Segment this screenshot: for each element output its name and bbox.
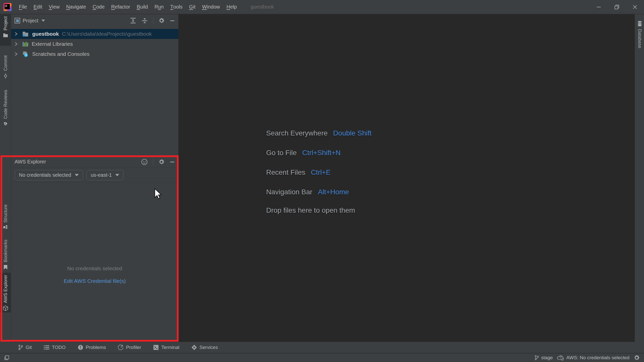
database-icon [637,21,642,26]
aws-connection-widget[interactable]: ? AWS: No credentials selected [557,355,629,361]
label-part: efactor [115,4,130,10]
git-branch-widget[interactable]: stage [535,355,553,360]
label-part: ools [173,4,183,10]
structure-icon [3,225,8,230]
titlebar: IJ_ File Edit View Navigate Code Refacto… [0,0,644,14]
aws-panel-title: AWS Explorer [15,159,46,165]
aws-cube-icon [3,305,8,311]
shortcut-label: Recent Files [266,167,305,177]
menu-help[interactable]: Help [223,0,240,14]
aws-connection-status: AWS: No credentials selected [566,355,629,360]
stripe-tab-label: Code Reviews [3,90,8,119]
toolbar-git[interactable]: Git [18,345,32,350]
aws-toolbar: No credentials selected us-east-1 [11,168,178,183]
stripe-tab-label: Bookmarks [3,240,8,262]
drop-files-hint: Drop files here to open them [266,206,372,214]
toolbar-services[interactable]: Services [191,345,218,350]
shortcut-keys: Alt+Home [318,187,349,197]
toolbar-label: Profiler [126,345,141,350]
stripe-tab-label: AWS Explorer [3,275,8,303]
menu-refactor[interactable]: Refactor [108,0,134,14]
right-tool-stripe: Database [635,14,644,353]
menu-git[interactable]: Git [186,0,199,14]
stripe-tab-project[interactable]: Project [0,14,11,46]
git-branch-icon [535,355,539,360]
minimize-button[interactable] [590,0,608,14]
commit-icon [3,73,8,78]
settings-gear-icon[interactable] [633,354,640,361]
menu-run[interactable]: Run [151,0,167,14]
toolbar-problems[interactable]: Problems [78,345,106,350]
toolbar-label: Services [199,345,218,350]
aws-empty-message: No credentials selected [67,265,122,272]
tree-row-external-libraries[interactable]: External Libraries [11,39,178,49]
toolbar-label: Problems [86,345,106,350]
window-title: guestbook [251,4,274,10]
restore-button[interactable] [608,0,626,14]
chevron-right-icon[interactable] [15,52,18,57]
expand-all-icon[interactable] [130,18,136,24]
label-part: V [49,4,52,10]
tree-row-scratches[interactable]: Scratches and Consoles [11,49,178,59]
restore-icon [614,4,620,10]
tree-row-guestbook[interactable]: guestbook C:\Users\dalia\IdeaProjects\gu… [11,29,178,39]
bookmark-icon [4,265,8,270]
stripe-tab-commit[interactable]: Commit [0,53,11,81]
toolbar-todo[interactable]: TODO [44,345,66,350]
menu-edit[interactable]: Edit [30,0,45,14]
stripe-tab-database[interactable]: Database [635,14,644,70]
stripe-tab-code-reviews[interactable]: Code Reviews [0,88,11,127]
collapse-all-icon[interactable] [141,18,148,24]
label-part: elp [230,4,237,10]
shortcut-row: Navigation Bar Alt+Home [266,187,372,197]
tree-node-label: guestbook [32,31,59,37]
project-panel-title[interactable]: Project [23,18,38,24]
shortcut-row: Go to File Ctrl+Shift+N [266,148,372,158]
label-part: F [19,4,22,10]
label-part: E [33,4,37,10]
label-part: C [93,4,96,10]
region-dropdown[interactable]: us-east-1 [87,170,124,180]
menu-tools[interactable]: Tools [167,0,186,14]
project-tool-window: Project guestbook C:\Users\dalia\IdeaPro… [11,14,179,156]
close-button[interactable] [626,0,644,14]
menu-code[interactable]: Code [89,0,108,14]
chevron-right-icon[interactable] [15,31,18,36]
menu-build[interactable]: Build [133,0,151,14]
tool-window-stripes-toggle-icon[interactable] [4,355,10,360]
menu-window[interactable]: Window [199,0,223,14]
folder-icon [3,33,8,37]
stripe-tab-structure[interactable]: Structure [0,202,11,231]
toolbar-label: TODO [52,345,66,350]
feedback-smiley-icon[interactable] [141,158,148,165]
toolbar-terminal[interactable]: Terminal [153,345,179,350]
keyboard-shortcuts-hints: Search Everywhere Double Shift Go to Fil… [266,128,372,214]
label-part: dit [37,4,42,10]
shortcut-row: Recent Files Ctrl+E [266,167,372,177]
tree-node-label: Scratches and Consoles [32,51,90,57]
editor-empty-area: Search Everywhere Double Shift Go to Fil… [179,14,635,353]
cloud-question-icon: ? [557,355,564,361]
stripe-tab-bookmarks[interactable]: Bookmarks [0,238,11,269]
minimize-icon [596,4,601,10]
toolbar-profiler[interactable]: Profiler [118,345,141,350]
hide-panel-icon[interactable] [170,159,175,164]
menu-file[interactable]: File [16,0,30,14]
chevron-right-icon[interactable] [15,41,18,47]
menu-navigate[interactable]: Navigate [63,0,89,14]
label-part: indow [207,4,220,10]
hide-panel-icon[interactable] [170,18,175,23]
menu-view[interactable]: View [46,0,63,14]
shortcut-keys: Ctrl+E [311,167,331,177]
stripe-tab-aws-explorer[interactable]: AWS Explorer [0,273,11,312]
label-part: iew [52,4,60,10]
label-part: ile [22,4,27,10]
edit-credentials-link[interactable]: Edit AWS Credential file(s) [64,278,126,284]
stripe-tab-label: Commit [3,55,8,71]
credentials-dropdown[interactable]: No credentials selected [15,170,83,180]
tool-window-bar: Git TODO Problems Profiler Terminal Serv… [0,342,644,353]
settings-gear-icon[interactable] [158,17,165,24]
label-part: T [170,4,173,10]
settings-gear-icon[interactable] [158,159,165,165]
chevron-down-icon[interactable] [41,19,45,22]
